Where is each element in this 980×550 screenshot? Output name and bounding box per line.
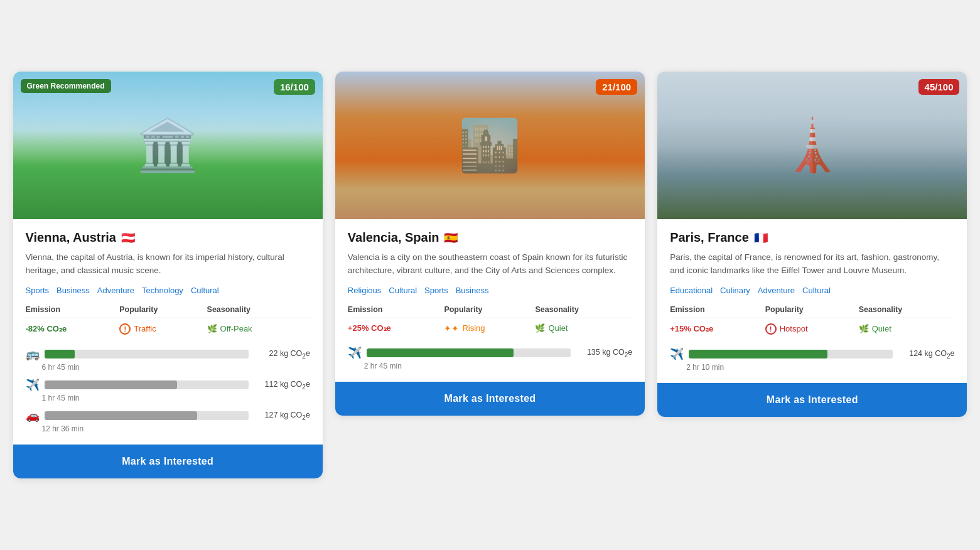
tag-technology[interactable]: Technology [142, 286, 183, 295]
transport-bar-wrap [45, 350, 249, 359]
badge-score: 45/100 [918, 79, 960, 95]
seasonality-header: Seasonality [535, 305, 632, 318]
mark-interested-button-vienna[interactable]: Mark as Interested [13, 445, 323, 478]
emission-value: -82% CO₂e [26, 318, 120, 335]
city-name: Paris, France [670, 230, 749, 245]
popularity-header: Popularity [444, 305, 535, 318]
transport-kg: 127 kg CO2e [254, 411, 310, 421]
tag-adventure[interactable]: Adventure [758, 286, 795, 295]
city-flag: 🇦🇹 [121, 231, 135, 245]
tag-adventure[interactable]: Adventure [97, 286, 134, 295]
transport-icon: ✈️ [670, 347, 684, 361]
transport-item: ✈️112 kg CO2e1 hr 45 min [26, 378, 310, 402]
seasonality-value: 🌿 Quiet [535, 318, 632, 333]
transport-kg: 135 kg CO2e [576, 348, 632, 359]
rising-icon: ✦✦ [444, 323, 459, 333]
stats-table: Emission Popularity Seasonality -82% CO₂… [26, 305, 310, 335]
transport-bar-wrap [367, 348, 571, 357]
popularity-value: ! Traffic [119, 318, 207, 335]
leaf-icon: 🌿 [207, 324, 217, 333]
card-valencia: 21/100Valencia, Spain 🇪🇸Valencia is a ci… [335, 72, 645, 416]
transport-item: 🚗127 kg CO2e12 hr 36 min [26, 409, 310, 433]
transport-time: 2 hr 10 min [686, 363, 954, 372]
card-body: Paris, France 🇫🇷Paris, the capital of Fr… [657, 219, 967, 383]
transport-time: 12 hr 36 min [42, 424, 310, 433]
transport-bar-wrap [45, 380, 249, 389]
transport-icon: 🚗 [26, 409, 40, 423]
city-description: Valencia is a city on the southeastern c… [348, 251, 632, 277]
transport-item: ✈️135 kg CO2e2 hr 45 min [348, 346, 632, 370]
transport-bar [45, 350, 75, 359]
exclamation-icon: ! [765, 323, 777, 335]
card-vienna: Green Recommended16/100Vienna, Austria 🇦… [13, 72, 323, 478]
card-footer: Mark as Interested [13, 445, 323, 478]
card-image-valencia: 21/100 [335, 72, 645, 219]
emission-header: Emission [26, 305, 120, 318]
leaf-icon: 🌿 [859, 324, 869, 333]
tag-educational[interactable]: Educational [670, 286, 713, 295]
tag-sports[interactable]: Sports [26, 286, 50, 295]
transport-row: 🚌22 kg CO2e [26, 347, 310, 361]
emission-value: +15% CO₂e [670, 318, 765, 335]
stats-table: Emission Popularity Seasonality +25% CO₂… [348, 305, 632, 333]
card-image-paris: 45/100 [657, 72, 967, 219]
transport-bar-wrap [45, 411, 249, 420]
transport-time: 6 hr 45 min [42, 363, 310, 372]
tags-list: EducationalCulinaryAdventureCultural [670, 286, 954, 295]
seasonality-value: 🌿 Quiet [859, 318, 955, 335]
transport-bar [45, 380, 177, 389]
transport-icon: ✈️ [348, 346, 362, 360]
mark-interested-button-paris[interactable]: Mark as Interested [657, 383, 967, 417]
emission-value: +25% CO₂e [348, 318, 444, 333]
tag-religious[interactable]: Religious [348, 286, 381, 295]
transport-icon: ✈️ [26, 378, 40, 392]
transport-time: 2 hr 45 min [364, 362, 632, 370]
city-name: Valencia, Spain [348, 230, 439, 245]
city-title: Paris, France 🇫🇷 [670, 230, 954, 245]
popularity-value: ✦✦ Rising [444, 318, 535, 333]
transport-row: 🚗127 kg CO2e [26, 409, 310, 423]
popularity-text: Hotspot [780, 324, 808, 333]
warning-icon: ! [119, 323, 131, 335]
city-title: Valencia, Spain 🇪🇸 [348, 230, 632, 245]
seasonality-value: 🌿 Off-Peak [207, 318, 310, 335]
transport-list: ✈️124 kg CO2e2 hr 10 min [670, 347, 954, 372]
seasonality-header: Seasonality [859, 305, 955, 318]
transport-row: ✈️112 kg CO2e [26, 378, 310, 392]
city-flag: 🇪🇸 [444, 231, 458, 245]
transport-icon: 🚌 [26, 347, 40, 361]
mark-interested-button-valencia[interactable]: Mark as Interested [335, 382, 645, 416]
transport-item: ✈️124 kg CO2e2 hr 10 min [670, 347, 954, 372]
popularity-value: ! Hotspot [765, 318, 859, 335]
tag-business[interactable]: Business [456, 286, 489, 295]
city-name: Vienna, Austria [26, 230, 117, 245]
transport-row: ✈️124 kg CO2e [670, 347, 954, 361]
transport-kg: 112 kg CO2e [254, 380, 310, 391]
tag-cultural[interactable]: Cultural [802, 286, 831, 295]
tags-list: ReligiousCulturalSportsBusiness [348, 286, 632, 295]
seasonality-text: Quiet [872, 324, 891, 333]
tags-list: SportsBusinessAdventureTechnologyCultura… [26, 286, 310, 295]
emission-header: Emission [348, 305, 444, 318]
tag-business[interactable]: Business [57, 286, 90, 295]
card-image-vienna: Green Recommended16/100 [13, 72, 323, 219]
tag-culinary[interactable]: Culinary [720, 286, 750, 295]
popularity-text: Rising [462, 323, 485, 333]
badge-recommended: Green Recommended [21, 79, 111, 93]
badge-score: 21/100 [596, 79, 637, 95]
city-flag: 🇫🇷 [754, 231, 768, 245]
card-footer: Mark as Interested [335, 382, 645, 416]
seasonality-header: Seasonality [207, 305, 310, 318]
city-title: Vienna, Austria 🇦🇹 [26, 230, 310, 245]
card-body: Vienna, Austria 🇦🇹Vienna, the capital of… [13, 219, 323, 445]
transport-time: 1 hr 45 min [42, 394, 310, 402]
city-description: Vienna, the capital of Austria, is known… [26, 251, 310, 277]
transport-list: 🚌22 kg CO2e6 hr 45 min✈️112 kg CO2e1 hr … [26, 347, 310, 433]
tag-cultural[interactable]: Cultural [191, 286, 219, 295]
tag-sports[interactable]: Sports [424, 286, 448, 295]
transport-bar [689, 350, 827, 359]
tag-cultural[interactable]: Cultural [389, 286, 417, 295]
city-description: Paris, the capital of France, is renowne… [670, 251, 954, 277]
transport-kg: 22 kg CO2e [254, 349, 310, 360]
badge-score: 16/100 [274, 79, 315, 95]
